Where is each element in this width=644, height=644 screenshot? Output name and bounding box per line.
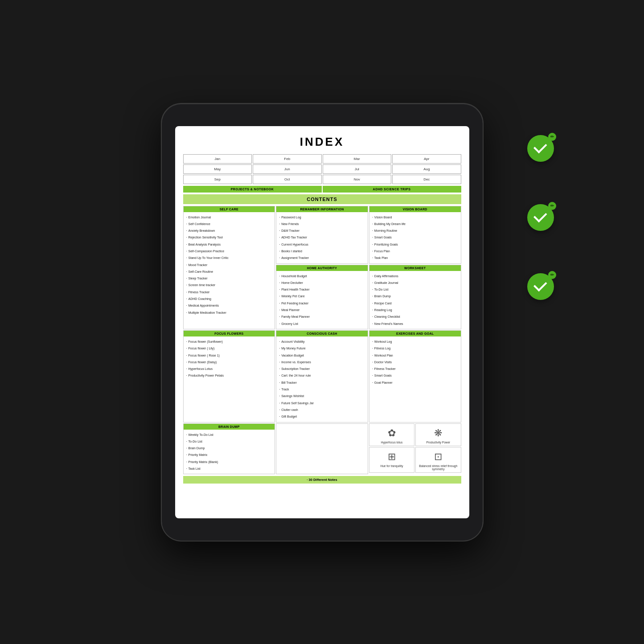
list-item: Priority Matrix (Blank) [186, 459, 272, 465]
list-item: Fitness Log [372, 345, 458, 352]
month-apr[interactable]: Apr [392, 154, 461, 164]
list-item: Doctor Visits [372, 359, 458, 365]
exercises-header: EXERCISES AND GOAL [369, 331, 461, 336]
month-jul[interactable]: Jul [323, 164, 392, 174]
selfcare-body: Emotion Journal Self Confidence Anxiety … [184, 212, 275, 318]
home-header: HOME AUTHORITY [276, 265, 368, 271]
cash-list: Account Visibility My Money Future Vacat… [279, 338, 365, 420]
focus-list: Focus flower (Sunflower) Focus flower ( … [186, 338, 272, 379]
tablet-content[interactable]: INDEX Jan Feb Mar Apr May Jun Jul Aug Se… [175, 126, 469, 518]
worksheet-header: WORKSHEET [369, 265, 461, 271]
list-item: Prioritizing Goals [372, 241, 458, 248]
list-item: Building My Dream life [372, 221, 458, 227]
worksheet-list: Daily Affirmations Gratitude Journal To-… [372, 273, 458, 327]
section-home: HOME AUTHORITY Household Budget Home Dec… [276, 265, 368, 329]
hyperfocus-label: Hyperfocus lotus [381, 441, 402, 444]
cash-header: CONSCIOUS CASH [276, 331, 368, 336]
list-item: Current Hyperfocus [279, 241, 365, 248]
list-item: Cleaning Checklist [372, 313, 458, 320]
month-nov[interactable]: Nov [323, 175, 392, 184]
list-item: Workout Plan [372, 352, 458, 359]
list-item: Meal Planner [279, 307, 365, 313]
tablet-device: INDEX Jan Feb Mar Apr May Jun Jul Aug Se… [162, 104, 483, 541]
list-item: Task Plan [372, 254, 458, 261]
list-item: Smart Goals [372, 372, 458, 379]
cash-body: Account Visibility My Money Future Vacat… [276, 336, 368, 422]
list-item: My Money Future [279, 345, 365, 352]
month-jan[interactable]: Jan [183, 154, 252, 164]
list-item: Focus flower (Daisy) [186, 359, 272, 365]
list-item: Recipe Card [372, 300, 458, 307]
list-item: Pet Feeding tracker [279, 300, 365, 307]
list-item: Future Self Savings Jar [279, 400, 365, 406]
check-badges-container: ✏ ✏ ✏ [527, 135, 554, 300]
list-item: Family Meal Planner [279, 313, 365, 320]
list-item: Brain Dump [372, 293, 458, 299]
exercises-body: Workout Log Fitness Log Workout Plan Doc… [369, 336, 461, 388]
check-badge-1: ✏ [527, 135, 554, 162]
month-oct[interactable]: Oct [253, 175, 322, 184]
list-item: Fitness Tracker [186, 289, 272, 295]
list-item: New Friend's Names [372, 320, 458, 327]
list-item: Smart Goals [372, 234, 458, 241]
month-jun[interactable]: Jun [253, 164, 322, 174]
balanced-icon: ⊡ [434, 451, 442, 463]
adhd-header: ADHD SCIENCE TRIPS [323, 186, 461, 193]
section-braindump: BRAIN DUMP Weekly To-Do List To-Do List … [183, 423, 275, 475]
hue-label: Hue for tranquility [381, 464, 403, 468]
list-item: Clutter cash [279, 406, 365, 413]
list-item: Self-Care Routine [186, 268, 272, 275]
scene: INDEX Jan Feb Mar Apr May Jun Jul Aug Se… [55, 55, 590, 590]
list-item: Focus flower (Sunflower) [186, 338, 272, 345]
lower-content-grid: BRAIN DUMP Weekly To-Do List To-Do List … [183, 423, 461, 475]
list-item: Sleep Tracker [186, 275, 272, 282]
month-may[interactable]: May [183, 164, 252, 174]
month-mar[interactable]: Mar [323, 154, 392, 164]
section-worksheet: WORKSHEET Daily Affirmations Gratitude J… [369, 265, 461, 329]
list-item: Savings Wishlist [279, 393, 365, 399]
list-item: Plant Health Tracker [279, 286, 365, 293]
home-body: Household Budget Home Declutter Plant He… [276, 271, 368, 329]
remember-body: Password Log New Friends D&M Tracker ADH… [276, 212, 368, 263]
vision-body: Vision Board Building My Dream life Morn… [369, 212, 461, 263]
list-item: Productivity Power Petals [186, 372, 272, 379]
month-dec[interactable]: Dec [392, 175, 461, 184]
list-item: Grocery List [279, 320, 365, 327]
list-item: D&M Tracker [279, 227, 365, 234]
month-feb[interactable]: Feb [253, 154, 322, 164]
selfcare-list: Emotion Journal Self Confidence Anxiety … [186, 214, 272, 316]
list-item: Self-Compassion Practice [186, 248, 272, 254]
footer-bar: · 30 Different Notes [183, 476, 461, 484]
list-item: ADHD Coaching [186, 295, 272, 302]
list-item: Bill Tracker [279, 379, 365, 386]
tablet-screen: INDEX Jan Feb Mar Apr May Jun Jul Aug Se… [175, 126, 469, 518]
pencil-icon-1: ✏ [548, 133, 556, 141]
list-item: Anxiety Breakdown [186, 227, 272, 234]
pencil-icon-3: ✏ [548, 271, 556, 279]
list-item: New Friends [279, 221, 365, 227]
list-item: Goal Planner [372, 379, 458, 386]
list-item: Morning Routine [372, 227, 458, 234]
list-item: Assignment Tracker [279, 254, 365, 261]
productivity-label: Productivity Power [426, 441, 450, 444]
list-item: Vacation Budget [279, 352, 365, 359]
list-item: Daily Affirmations [372, 273, 458, 279]
list-item: Fitness Tracker [372, 365, 458, 372]
list-item: Vision Board [372, 214, 458, 221]
list-item: Account Visibility [279, 338, 365, 345]
list-item: To-Do List [372, 286, 458, 293]
vision-list: Vision Board Building My Dream life Morn… [372, 214, 458, 262]
list-item: Gift Budget [279, 413, 365, 420]
list-item: Rejection Sensitivity Tool [186, 234, 272, 241]
list-item: Focus flower ( Lily) [186, 345, 272, 352]
contents-label: CONTENTS [183, 194, 461, 204]
top-content-grid: REMAMBER INFORMATION Password Log New Fr… [183, 206, 461, 329]
list-item: Hyperfocus Lotus [186, 365, 272, 372]
month-sep[interactable]: Sep [183, 175, 252, 184]
home-list: Household Budget Home Declutter Plant He… [279, 273, 365, 327]
list-item: Workout Log [372, 338, 458, 345]
month-aug[interactable]: Aug [392, 164, 461, 174]
check-badge-2: ✏ [527, 204, 554, 231]
exercises-list: Workout Log Fitness Log Workout Plan Doc… [372, 338, 458, 386]
list-item: Self Confidence [186, 221, 272, 227]
